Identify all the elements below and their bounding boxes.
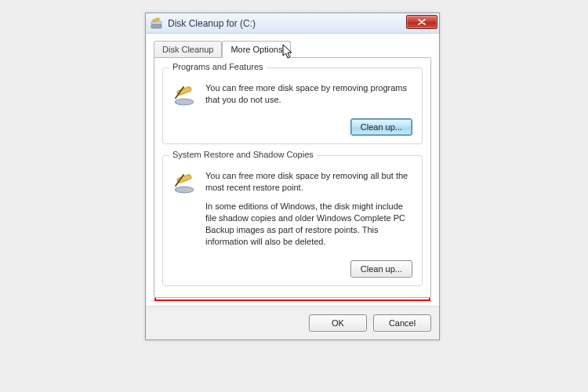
group-legend: Programs and Features <box>169 62 267 71</box>
programs-desc-text: You can free more disk space by removing… <box>205 82 412 106</box>
svg-point-5 <box>176 102 177 103</box>
dialog-footer: OK Cancel <box>146 306 439 339</box>
tabpanel-more-options: Programs and Features You can free more … <box>154 57 431 298</box>
group-description: You can free more disk space by removing… <box>205 82 412 114</box>
disk-cleanup-window: Disk Cleanup for (C:) Disk Cleanup More … <box>145 13 440 340</box>
close-icon <box>418 19 426 25</box>
tabstrip: Disk Cleanup More Options <box>154 40 431 57</box>
tab-more-options[interactable]: More Options <box>222 41 291 58</box>
svg-point-3 <box>175 99 194 105</box>
close-button[interactable] <box>406 15 437 29</box>
window-title: Disk Cleanup for (C:) <box>168 18 256 29</box>
restore-desc-2: In some editions of Windows, the disk mi… <box>205 201 412 247</box>
cleanup-programs-button[interactable]: Clean up... <box>350 118 412 136</box>
cleanup-restore-button[interactable]: Clean up... <box>350 260 412 278</box>
app-icon <box>151 17 163 30</box>
client-area: Disk Cleanup More Options Programs and F… <box>146 34 439 306</box>
ok-button[interactable]: OK <box>309 314 367 332</box>
svg-point-9 <box>176 190 177 191</box>
titlebar: Disk Cleanup for (C:) <box>146 13 439 34</box>
tab-disk-cleanup[interactable]: Disk Cleanup <box>154 41 222 58</box>
svg-rect-0 <box>151 24 162 28</box>
restore-desc-1: You can free more disk space by removing… <box>205 170 412 194</box>
svg-point-10 <box>179 191 180 193</box>
group-legend: System Restore and Shadow Copies <box>169 150 317 159</box>
group-system-restore: System Restore and Shadow Copies You can… <box>162 155 423 286</box>
cancel-button[interactable]: Cancel <box>373 314 431 332</box>
group-description: You can free more disk space by removing… <box>205 170 412 256</box>
svg-point-6 <box>179 103 180 105</box>
group-programs-features: Programs and Features You can free more … <box>162 67 423 144</box>
cleanup-icon <box>172 82 198 107</box>
cleanup-icon <box>172 170 198 195</box>
svg-point-7 <box>175 187 194 193</box>
svg-rect-1 <box>151 21 162 24</box>
